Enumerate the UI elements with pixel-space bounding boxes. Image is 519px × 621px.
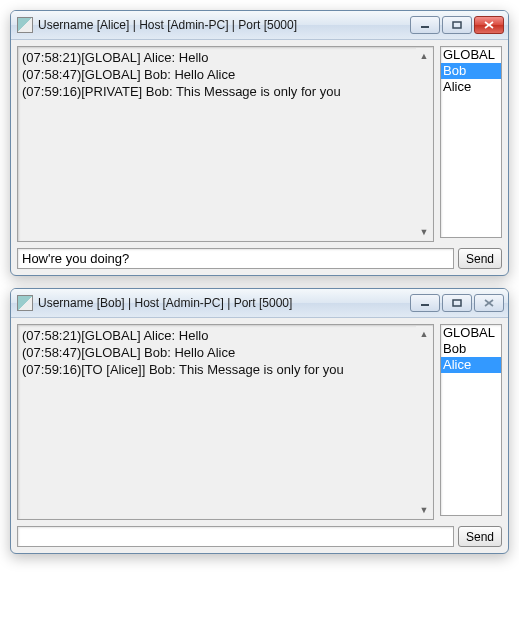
chat-line: (07:58:21)[GLOBAL] Alice: Hello bbox=[22, 49, 429, 66]
titlebar[interactable]: Username [Bob] | Host [Admin-PC] | Port … bbox=[11, 289, 508, 318]
close-button[interactable] bbox=[474, 294, 504, 312]
chat-line: (07:59:16)[TO [Alice]] Bob: This Message… bbox=[22, 361, 429, 378]
svg-rect-5 bbox=[453, 300, 461, 306]
minimize-button[interactable] bbox=[410, 294, 440, 312]
window-controls bbox=[410, 294, 504, 312]
user-item-alice[interactable]: Alice bbox=[441, 357, 501, 373]
user-item-bob[interactable]: Bob bbox=[441, 341, 501, 357]
scrollbar[interactable]: ▲ ▼ bbox=[416, 326, 432, 518]
scroll-down-icon[interactable]: ▼ bbox=[416, 502, 432, 518]
user-item-bob[interactable]: Bob bbox=[441, 63, 501, 79]
message-input[interactable] bbox=[17, 248, 454, 269]
app-icon bbox=[17, 295, 33, 311]
chat-log[interactable]: (07:58:21)[GLOBAL] Alice: Hello (07:58:4… bbox=[17, 46, 434, 242]
maximize-button[interactable] bbox=[442, 294, 472, 312]
scroll-down-icon[interactable]: ▼ bbox=[416, 224, 432, 240]
app-icon bbox=[17, 17, 33, 33]
maximize-button[interactable] bbox=[442, 16, 472, 34]
chat-window-alice: Username [Alice] | Host [Admin-PC] | Por… bbox=[10, 10, 509, 276]
chat-line: (07:58:47)[GLOBAL] Bob: Hello Alice bbox=[22, 66, 429, 83]
window-title: Username [Alice] | Host [Admin-PC] | Por… bbox=[38, 18, 410, 32]
user-item-global[interactable]: GLOBAL bbox=[441, 47, 501, 63]
user-list[interactable]: GLOBAL Bob Alice bbox=[440, 46, 502, 238]
user-item-alice[interactable]: Alice bbox=[441, 79, 501, 95]
message-input[interactable] bbox=[17, 526, 454, 547]
user-list[interactable]: GLOBAL Bob Alice bbox=[440, 324, 502, 516]
chat-line: (07:59:16)[PRIVATE] Bob: This Message is… bbox=[22, 83, 429, 100]
chat-window-bob: Username [Bob] | Host [Admin-PC] | Port … bbox=[10, 288, 509, 554]
scrollbar[interactable]: ▲ ▼ bbox=[416, 48, 432, 240]
scroll-up-icon[interactable]: ▲ bbox=[416, 326, 432, 342]
scroll-up-icon[interactable]: ▲ bbox=[416, 48, 432, 64]
send-button[interactable]: Send bbox=[458, 526, 502, 547]
chat-log[interactable]: (07:58:21)[GLOBAL] Alice: Hello (07:58:4… bbox=[17, 324, 434, 520]
minimize-button[interactable] bbox=[410, 16, 440, 34]
client-area: (07:58:21)[GLOBAL] Alice: Hello (07:58:4… bbox=[11, 40, 508, 275]
titlebar[interactable]: Username [Alice] | Host [Admin-PC] | Por… bbox=[11, 11, 508, 40]
send-button[interactable]: Send bbox=[458, 248, 502, 269]
chat-line: (07:58:21)[GLOBAL] Alice: Hello bbox=[22, 327, 429, 344]
close-button[interactable] bbox=[474, 16, 504, 34]
svg-rect-1 bbox=[453, 22, 461, 28]
window-title: Username [Bob] | Host [Admin-PC] | Port … bbox=[38, 296, 410, 310]
user-item-global[interactable]: GLOBAL bbox=[441, 325, 501, 341]
client-area: (07:58:21)[GLOBAL] Alice: Hello (07:58:4… bbox=[11, 318, 508, 553]
chat-line: (07:58:47)[GLOBAL] Bob: Hello Alice bbox=[22, 344, 429, 361]
window-controls bbox=[410, 16, 504, 34]
